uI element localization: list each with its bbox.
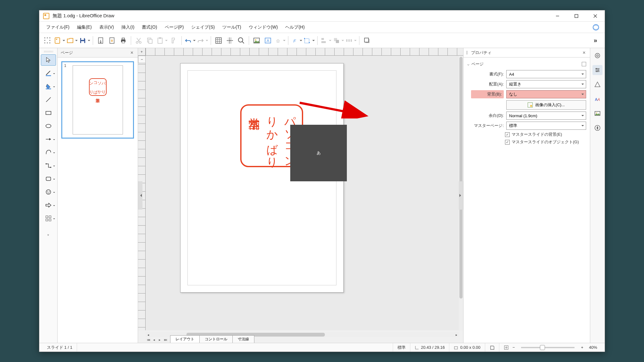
tab-dimension[interactable]: 寸法線 — [232, 335, 254, 343]
tab-layout[interactable]: レイアウト — [170, 335, 200, 343]
menu-edit[interactable]: 編集(E) — [73, 23, 96, 32]
paste-button[interactable] — [156, 36, 168, 46]
zoom-controls[interactable]: − + 40% — [499, 343, 602, 352]
menu-help[interactable]: ヘルプ(H) — [281, 23, 308, 32]
transform-button[interactable] — [303, 36, 315, 46]
snap-button[interactable] — [225, 36, 235, 46]
master-bg-checkbox[interactable]: ✓ マスタースライドの背景(E) — [505, 132, 586, 137]
tab-control[interactable]: コントロール — [199, 335, 233, 343]
zoom-minus[interactable]: − — [511, 345, 517, 350]
menu-page[interactable]: ページ(P) — [161, 23, 188, 32]
svg-text:Ω: Ω — [276, 39, 280, 43]
sidebar-navigator-icon[interactable] — [592, 123, 602, 133]
toolbar-overflow[interactable]: » — [590, 37, 602, 44]
redo-button[interactable] — [197, 36, 208, 46]
ruler-zoom-minus-top[interactable]: − — [138, 56, 146, 63]
ruler-corner[interactable]: + — [138, 48, 146, 56]
zoom-plus[interactable]: + — [579, 345, 585, 350]
sidebar-shapes-icon[interactable] — [592, 80, 602, 90]
close-properties[interactable]: × — [581, 50, 587, 56]
properties-title: プロパティ — [471, 50, 491, 56]
menu-view[interactable]: 表示(V) — [96, 23, 118, 32]
open-button[interactable] — [66, 36, 78, 46]
dock-expand[interactable]: » — [41, 226, 56, 237]
collapse-left[interactable] — [138, 181, 142, 210]
status-standard[interactable]: 標準 — [393, 343, 410, 352]
globe-icon[interactable] — [593, 24, 599, 30]
insert-image-button[interactable] — [252, 36, 262, 46]
curve-tool[interactable] — [41, 147, 56, 158]
close-button[interactable] — [586, 10, 605, 22]
menu-format[interactable]: 書式(O) — [138, 23, 161, 32]
cut-button[interactable] — [134, 36, 144, 46]
background-select[interactable]: なし — [506, 90, 586, 98]
ellipse-tool[interactable] — [41, 120, 56, 132]
special-char-button[interactable]: Ω — [274, 36, 286, 46]
svg-rect-46 — [305, 39, 309, 43]
zoom-percent[interactable]: 40% — [589, 345, 597, 350]
new-button[interactable] — [54, 36, 65, 46]
section-popout-icon[interactable] — [582, 62, 586, 66]
line-color-tool[interactable] — [41, 68, 56, 79]
textbox-button[interactable]: A — [263, 36, 273, 46]
rect-tool[interactable] — [41, 107, 56, 118]
menu-tools[interactable]: ツール(T) — [219, 23, 245, 32]
zoom-slider[interactable] — [521, 347, 575, 348]
horizontal-ruler[interactable] — [146, 48, 463, 56]
minimize-button[interactable] — [548, 10, 567, 22]
sidebar-gallery-icon[interactable] — [592, 108, 602, 118]
arrange-button[interactable] — [333, 36, 344, 46]
block-arrow-tool[interactable] — [41, 200, 56, 211]
master-select[interactable]: 標準 — [506, 122, 586, 130]
status-slide[interactable]: スライド 1 / 1 — [42, 343, 77, 352]
menu-shape[interactable]: シェイプ(S) — [187, 23, 219, 32]
format-label: 書式(F): — [471, 71, 504, 77]
export-pdf-button[interactable] — [107, 36, 117, 46]
handles-icon[interactable] — [42, 36, 53, 46]
format-select[interactable]: A4 — [506, 70, 586, 78]
symbol-tool[interactable] — [41, 186, 56, 198]
zoom-fit-icon[interactable] — [504, 345, 509, 350]
margin-select[interactable]: Normal (1.9cm) — [506, 112, 586, 120]
copy-button[interactable] — [145, 36, 155, 46]
canvas[interactable]: 堂本舗 りかばり パソコン あ — [146, 56, 459, 330]
page-section-header[interactable]: ⌵ ページ — [467, 60, 586, 68]
distribute-button[interactable] — [345, 36, 357, 46]
fill-color-tool[interactable] — [41, 81, 56, 92]
master-obj-checkbox[interactable]: ✓ マスタースライドのオブジェクト(G) — [505, 139, 586, 145]
page-thumbnail[interactable]: 1 パソコンりかばり堂本舗 — [61, 61, 134, 139]
line-tool[interactable] — [41, 94, 56, 105]
collapse-right[interactable] — [459, 181, 463, 210]
fontwork-button[interactable]: F — [291, 36, 302, 46]
close-pages-panel[interactable]: × — [129, 50, 135, 56]
save-button[interactable] — [79, 36, 90, 46]
menu-file[interactable]: ファイル(F) — [42, 23, 73, 32]
sidebar-settings-icon[interactable] — [592, 51, 602, 61]
arrow-tool[interactable] — [41, 134, 56, 145]
svg-rect-59 — [46, 75, 51, 76]
shadow-button[interactable] — [362, 36, 372, 46]
more-shapes-tool[interactable] — [41, 213, 56, 224]
maximize-button[interactable] — [567, 10, 586, 22]
tab-nav[interactable]: ⏮◂▸⏭ — [146, 337, 168, 343]
menu-window[interactable]: ウィンドウ(W) — [245, 23, 282, 32]
basic-shapes-tool[interactable] — [41, 173, 56, 184]
status-save-icon[interactable] — [485, 343, 499, 352]
undo-button[interactable] — [184, 36, 196, 46]
menu-insert[interactable]: 挿入(I) — [118, 23, 138, 32]
orient-select[interactable]: 縦置き — [506, 80, 586, 88]
sidebar-properties-icon[interactable] — [592, 65, 602, 75]
dock-grip[interactable] — [44, 51, 53, 52]
canvas-area: + − 堂本舗 りかばり パソコン あ ◂ ▸ ⏮◂▸⏭ レイアウト コントロー… — [138, 48, 463, 343]
sidebar-styles-icon[interactable]: AA — [592, 94, 602, 104]
clone-format-button[interactable] — [169, 36, 179, 46]
print-button[interactable] — [118, 36, 128, 46]
connector-tool[interactable] — [41, 160, 56, 171]
export-button[interactable] — [96, 36, 106, 46]
grid-button[interactable] — [214, 36, 224, 46]
zoom-button[interactable] — [236, 36, 246, 46]
align-button[interactable] — [320, 36, 331, 46]
properties-panel: プロパティ × ⌵ ページ 書式(F): A4 配置(A): 縦置き 背景(B)… — [464, 48, 590, 343]
pointer-tool[interactable] — [41, 54, 56, 66]
insert-image-button-side[interactable]: 画像の挿入(C)... — [506, 100, 586, 110]
